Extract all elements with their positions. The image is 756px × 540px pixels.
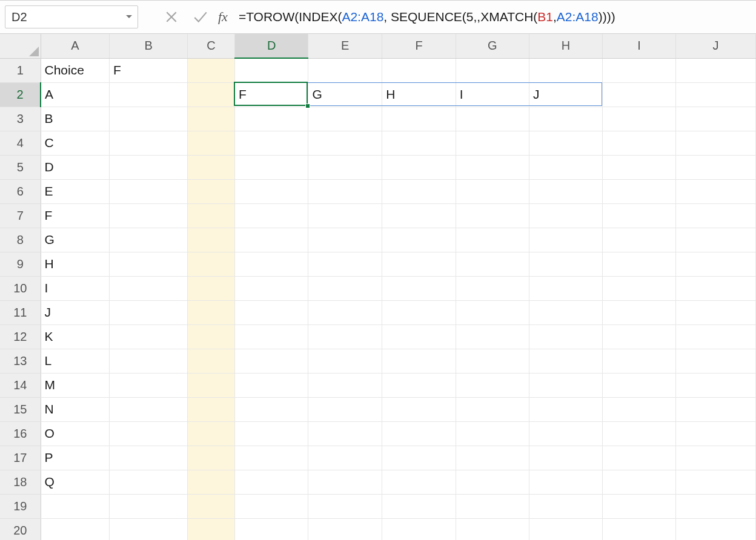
cell[interactable] — [675, 421, 755, 446]
cell[interactable] — [603, 518, 676, 540]
cell[interactable] — [382, 179, 456, 203]
formula-input[interactable]: =TOROW(INDEX(A2:A18, SEQUENCE(5,,XMATCH(… — [236, 5, 751, 28]
cell[interactable] — [456, 470, 529, 494]
cell[interactable] — [110, 373, 188, 397]
cell[interactable] — [382, 300, 456, 324]
cell[interactable] — [382, 203, 456, 228]
cell[interactable] — [456, 324, 529, 349]
cell[interactable] — [188, 276, 235, 300]
row-header[interactable]: 3 — [0, 107, 41, 131]
cell[interactable] — [456, 373, 529, 397]
cell[interactable] — [603, 324, 676, 349]
cell[interactable] — [456, 203, 529, 228]
cell[interactable] — [382, 421, 456, 446]
cell[interactable] — [529, 252, 602, 276]
cell[interactable] — [110, 470, 188, 494]
cell[interactable] — [188, 131, 235, 155]
cell[interactable] — [110, 300, 188, 324]
row-header[interactable]: 9 — [0, 252, 41, 276]
cell[interactable] — [382, 470, 456, 494]
cell[interactable] — [603, 373, 676, 397]
row-header[interactable]: 17 — [0, 446, 41, 470]
cell[interactable] — [382, 446, 456, 470]
cell[interactable] — [234, 276, 308, 300]
row-header[interactable]: 4 — [0, 131, 41, 155]
cell[interactable]: Q — [41, 470, 110, 494]
cell[interactable] — [188, 446, 235, 470]
cell[interactable]: J — [41, 300, 110, 324]
cell[interactable] — [188, 470, 235, 494]
cell[interactable] — [308, 131, 382, 155]
row-header[interactable]: 6 — [0, 179, 41, 203]
cell[interactable] — [456, 518, 529, 540]
row-header[interactable]: 1 — [0, 58, 41, 82]
cell[interactable] — [188, 58, 235, 82]
cell[interactable] — [382, 155, 456, 179]
cell[interactable]: A — [41, 82, 110, 107]
row-header[interactable]: 18 — [0, 470, 41, 494]
cell[interactable] — [234, 228, 308, 252]
cell[interactable] — [603, 252, 676, 276]
cell[interactable] — [675, 179, 755, 203]
cell[interactable] — [675, 131, 755, 155]
cell[interactable] — [188, 179, 235, 203]
cell[interactable]: J — [529, 82, 602, 107]
cell[interactable] — [456, 252, 529, 276]
cell[interactable] — [456, 107, 529, 131]
cell[interactable] — [308, 421, 382, 446]
cell[interactable] — [675, 228, 755, 252]
cell[interactable]: F — [110, 58, 188, 82]
row-header[interactable]: 5 — [0, 155, 41, 179]
cell[interactable] — [456, 494, 529, 518]
cell[interactable] — [234, 203, 308, 228]
column-header[interactable]: E — [308, 34, 382, 58]
cell[interactable] — [675, 107, 755, 131]
cell[interactable] — [456, 300, 529, 324]
cell[interactable] — [308, 470, 382, 494]
cell[interactable] — [675, 276, 755, 300]
cell[interactable] — [110, 155, 188, 179]
cell[interactable]: D — [41, 155, 110, 179]
cell[interactable]: I — [456, 82, 529, 107]
cell[interactable] — [308, 518, 382, 540]
cell[interactable] — [382, 397, 456, 421]
cell[interactable] — [308, 324, 382, 349]
cell[interactable] — [603, 470, 676, 494]
cell[interactable] — [308, 446, 382, 470]
cell[interactable] — [456, 179, 529, 203]
cell[interactable] — [234, 58, 308, 82]
row-header[interactable]: 15 — [0, 397, 41, 421]
cell[interactable] — [234, 107, 308, 131]
cell[interactable]: I — [41, 276, 110, 300]
row-header[interactable]: 20 — [0, 518, 41, 540]
name-box[interactable]: D2 — [5, 5, 138, 28]
cell[interactable]: B — [41, 107, 110, 131]
cell[interactable]: G — [41, 228, 110, 252]
cell[interactable] — [603, 155, 676, 179]
cell[interactable] — [110, 203, 188, 228]
cell[interactable] — [308, 397, 382, 421]
cell[interactable] — [603, 494, 676, 518]
cell[interactable] — [529, 58, 602, 82]
cell[interactable] — [234, 373, 308, 397]
cell[interactable] — [529, 107, 602, 131]
cell[interactable] — [675, 349, 755, 373]
cell[interactable] — [529, 203, 602, 228]
cell[interactable] — [529, 131, 602, 155]
cell[interactable]: N — [41, 397, 110, 421]
cell[interactable] — [110, 131, 188, 155]
cell[interactable] — [675, 203, 755, 228]
cell[interactable]: P — [41, 446, 110, 470]
cell[interactable] — [308, 349, 382, 373]
cell[interactable] — [188, 228, 235, 252]
cell[interactable] — [110, 228, 188, 252]
cell[interactable] — [529, 324, 602, 349]
cell[interactable]: H — [41, 252, 110, 276]
cell[interactable] — [308, 300, 382, 324]
cell[interactable] — [382, 58, 456, 82]
cell[interactable] — [675, 470, 755, 494]
cell[interactable] — [675, 494, 755, 518]
column-header[interactable]: I — [603, 34, 676, 58]
cell[interactable] — [308, 107, 382, 131]
cell[interactable] — [188, 421, 235, 446]
